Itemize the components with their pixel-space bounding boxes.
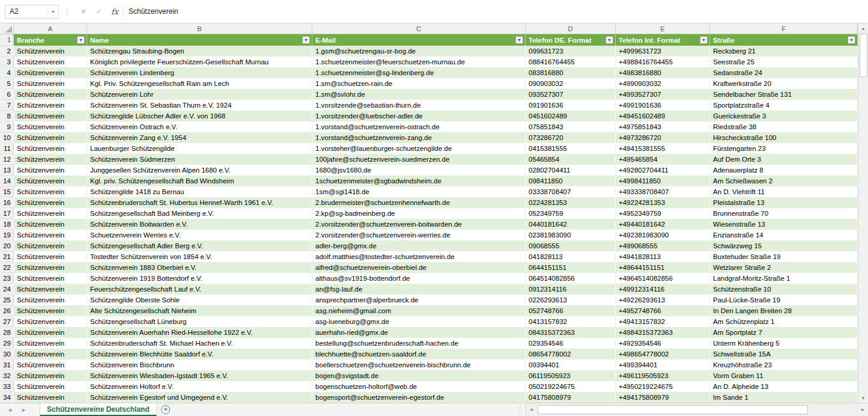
cell-email[interactable]: 1.vorstand@schuetzenverein-ostrach.de <box>312 121 526 132</box>
cell-email[interactable]: alfred@schuetzenverein-oberbiel.de <box>312 262 526 273</box>
cell-email[interactable]: boellerschuetzen@schuetzenverein-bischbr… <box>312 359 526 370</box>
cell-branche[interactable]: Schützenverein <box>14 359 87 370</box>
cell-strasse[interactable]: Adenauerplatz 8 <box>710 165 858 176</box>
cell-telefon-de[interactable]: 064514082856 <box>526 273 616 284</box>
cell-telefon-de[interactable]: 091901636 <box>526 100 616 111</box>
cell-telefon-de[interactable]: 041828113 <box>526 251 616 262</box>
cell-strasse[interactable]: Auf Dem Orte 3 <box>710 154 858 165</box>
cell-name[interactable]: Schützenverein 1919 Bottendorf e.V. <box>87 273 312 284</box>
cell-telefon-de[interactable]: 075851843 <box>526 121 616 132</box>
cell-name[interactable]: Alte Schützengesellschaft Nieheim <box>87 305 312 316</box>
cell-telefon-de[interactable]: 090903032 <box>526 78 616 89</box>
cell-name[interactable]: Feuerschützengesellschaft Lauf e.V. <box>87 284 312 295</box>
cell-branche[interactable]: Schützenverein <box>14 381 87 392</box>
column-header-C[interactable]: C <box>312 23 526 34</box>
cell-strasse[interactable]: Buxtehuder Straße 19 <box>710 251 858 262</box>
cell-strasse[interactable]: Am Schützenplatz 1 <box>710 316 858 327</box>
cell-branche[interactable]: Schützenverein <box>14 154 87 165</box>
cell-strasse[interactable]: An D. Alpheide 13 <box>710 381 858 392</box>
cell-telefon-de[interactable]: 0226293613 <box>526 295 616 305</box>
row-header[interactable]: 19 <box>0 230 14 240</box>
scroll-left-icon[interactable]: ◄ <box>526 403 536 416</box>
cell-telefon-int[interactable]: +4929354546 <box>616 338 710 349</box>
row-header[interactable]: 13 <box>0 165 14 176</box>
cell-telefon-int[interactable]: +495465854 <box>616 154 710 165</box>
filter-dropdown-icon[interactable]: ▼ <box>848 36 855 44</box>
cell-email[interactable]: asg-lueneburg@gmx.de <box>312 316 526 327</box>
cell-branche[interactable]: Schützenverein <box>14 143 87 154</box>
cell-telefon-int[interactable]: +4999631723 <box>616 46 710 57</box>
cell-telefon-de[interactable]: 09068555 <box>526 240 616 251</box>
cell-branche[interactable]: Schützenverein <box>14 349 87 359</box>
cell-branche[interactable]: Schützenverein <box>14 370 87 381</box>
cell-telefon-de[interactable]: 09394401 <box>526 359 616 370</box>
cell-telefon-de[interactable]: 029354546 <box>526 338 616 349</box>
cell-telefon-int[interactable]: +492381983090 <box>616 230 710 240</box>
cell-strasse[interactable]: Kraftwerkstraße 20 <box>710 78 858 89</box>
cell-name[interactable]: Schützenverein Wiesbaden-Igstadt 1965 e.… <box>87 370 312 381</box>
scroll-right-icon[interactable]: ► <box>858 403 868 416</box>
cell-branche[interactable]: Schützenverein <box>14 67 87 78</box>
cell-name[interactable]: Schützengesellschaft Bad Meinberg e.V. <box>87 208 312 219</box>
cell-telefon-int[interactable]: +4988416764455 <box>616 57 710 67</box>
cell-email[interactable]: adolf.matthies@tostedter-schuetzenverein… <box>312 251 526 262</box>
cell-branche[interactable]: Schützenverein <box>14 186 87 197</box>
cell-email[interactable]: 2.brudermeister@schuetzenhennefwarth.de <box>312 197 526 208</box>
cell-strasse[interactable]: Im Sande 1 <box>710 392 858 403</box>
cell-strasse[interactable]: Pleistalstraße 13 <box>710 197 858 208</box>
row-header[interactable]: 3 <box>0 57 14 67</box>
cell-email[interactable]: bogensport@schuetzenverein-egestorf.de <box>312 392 526 403</box>
filter-dropdown-icon[interactable]: ▼ <box>302 36 310 44</box>
row-header[interactable]: 28 <box>0 327 14 338</box>
row-header[interactable]: 5 <box>0 78 14 89</box>
cell-email[interactable]: 1.gsm@schuetzengau-sr-bog.de <box>312 46 526 57</box>
select-all-corner[interactable] <box>0 23 14 34</box>
cell-strasse[interactable]: Sedanstraße 24 <box>710 67 858 78</box>
cell-telefon-de[interactable]: 0451602489 <box>526 111 616 121</box>
cell-telefon-int[interactable]: +49644151151 <box>616 262 710 273</box>
row-header[interactable]: 14 <box>0 176 14 186</box>
cell-name[interactable]: Königlich privilegierte Feuerschützen-Ge… <box>87 57 312 67</box>
cell-email[interactable]: bestellung@schuetzenbruderschaft-hachen.… <box>312 338 526 349</box>
cell-branche[interactable]: Schützenverein <box>14 208 87 219</box>
cell-email[interactable]: adler-berg@gmx.de <box>312 240 526 251</box>
cell-telefon-int[interactable]: +4998411850 <box>616 176 710 186</box>
row-header[interactable]: 33 <box>0 381 14 392</box>
cell-telefon-de[interactable]: 05465854 <box>526 154 616 165</box>
cell-telefon-de[interactable]: 0224281353 <box>526 197 616 208</box>
cell-name[interactable]: Schützenverein Egestorf und Umgegend e.V… <box>87 392 312 403</box>
cell-branche[interactable]: Schützenverein <box>14 197 87 208</box>
row-header[interactable]: 12 <box>0 154 14 165</box>
cell-name[interactable]: Kgl. priv. Schützengesellschaft Bad Wind… <box>87 176 312 186</box>
cell-telefon-int[interactable]: +4952349759 <box>616 208 710 219</box>
cell-email[interactable]: 2.vorsitzender@schuetzenverein-boitwarde… <box>312 219 526 230</box>
cell-email[interactable]: blechhuette@schuetzen-saaldorf.de <box>312 349 526 359</box>
row-header[interactable]: 21 <box>0 251 14 262</box>
cell-telefon-de[interactable]: 04175808979 <box>526 392 616 403</box>
row-header-1[interactable]: 1 <box>0 34 14 46</box>
cell-strasse[interactable]: Kreuzhöhstraße 23 <box>710 359 858 370</box>
row-header[interactable]: 4 <box>0 67 14 78</box>
cell-branche[interactable]: Schützenverein <box>14 100 87 111</box>
cell-telefon-int[interactable]: +49440181642 <box>616 219 710 230</box>
cell-telefon-de[interactable]: 0413157832 <box>526 316 616 327</box>
cell-strasse[interactable]: Hirscheckstraße 100 <box>710 132 858 143</box>
cell-name[interactable]: Junggesellen Schützenverein Alpen 1680 e… <box>87 165 312 176</box>
add-sheet-button[interactable]: + <box>157 403 175 416</box>
cell-name[interactable]: Schützenverein Zang e.V. 1954 <box>87 132 312 143</box>
cell-strasse[interactable]: Wiesenstraße 13 <box>710 219 858 230</box>
cell-telefon-int[interactable]: +49451602489 <box>616 111 710 121</box>
cell-telefon-int[interactable]: +4993527307 <box>616 89 710 100</box>
cell-branche[interactable]: Schützenverein <box>14 176 87 186</box>
cell-strasse[interactable]: Enzianstraße 14 <box>710 230 858 240</box>
row-header[interactable]: 27 <box>0 316 14 327</box>
cell-branche[interactable]: Schützenverein <box>14 111 87 121</box>
cell-email[interactable]: 1680@jsv1680.de <box>312 165 526 176</box>
vertical-scrollbar-thumb[interactable] <box>860 34 867 77</box>
cell-telefon-de[interactable]: 052748766 <box>526 305 616 316</box>
row-header[interactable]: 30 <box>0 349 14 359</box>
cell-branche[interactable]: Schützenverein <box>14 230 87 240</box>
cell-name[interactable]: Schützenverein St. Sebastian Thurn e.V. … <box>87 100 312 111</box>
row-header[interactable]: 32 <box>0 370 14 381</box>
cell-telefon-de[interactable]: 098411850 <box>526 176 616 186</box>
